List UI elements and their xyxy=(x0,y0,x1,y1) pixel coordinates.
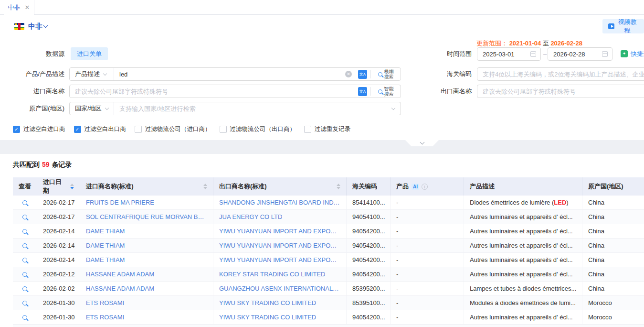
sort-icon[interactable] xyxy=(70,184,74,189)
filter-checkbox-3[interactable]: 过滤物流公司（出口商） xyxy=(220,125,296,133)
importer-input[interactable] xyxy=(70,85,355,98)
cell-exporter: YIWU SKY TRADING CO LIMITED xyxy=(213,310,347,324)
cell-origin: Morocco xyxy=(582,296,644,310)
cell-importer: SOL CENTRAFRIQUE RUE MORVAN BAT OF... xyxy=(80,210,213,224)
view-row-button[interactable] xyxy=(13,267,37,281)
cell-view xyxy=(13,282,37,295)
close-icon[interactable]: ✕ xyxy=(25,4,30,11)
exporter-link[interactable]: YIWU YUANYUAN IMPORT AND EXPORT C... xyxy=(219,242,340,249)
importer-link[interactable]: FRUITS DE MA PRIERE xyxy=(86,199,154,206)
hs-code-input[interactable] xyxy=(477,67,644,81)
date-range-separator: – xyxy=(542,47,548,61)
importer-link[interactable]: DAME THIAM xyxy=(86,242,125,249)
data-source-import-declaration-button[interactable]: 进口关单 xyxy=(71,47,108,60)
view-row-button[interactable] xyxy=(13,224,37,238)
start-date-picker[interactable]: 2025-03-01 xyxy=(477,47,541,61)
exporter-link[interactable]: YIWU YUANYUAN IMPORT AND EXPORT C... xyxy=(219,256,340,263)
checkbox-unchecked-icon[interactable] xyxy=(304,126,311,133)
cell-hs: 94054200... xyxy=(347,224,391,238)
sort-icon[interactable] xyxy=(337,184,340,189)
end-date-picker[interactable]: 2026-02-28 xyxy=(548,47,612,61)
filter-checkbox-2[interactable]: 过滤物流公司（进口商） xyxy=(135,125,211,133)
checkbox-checked-icon[interactable]: ✓ xyxy=(74,126,81,133)
importer-link[interactable]: ETS ROSAMI xyxy=(86,299,124,306)
exporter-link[interactable]: YIWU SKY TRADING CO LIMITED xyxy=(219,314,316,321)
fuzzy-search-label: 模糊 xyxy=(384,69,394,74)
column-header-date[interactable]: 进口日期 xyxy=(37,177,80,196)
origin-country-input[interactable] xyxy=(114,102,392,115)
view-row-button[interactable] xyxy=(13,239,37,252)
view-row-button[interactable] xyxy=(13,210,37,224)
cell-hs: 94054100... xyxy=(347,210,391,224)
importer-link[interactable]: DAME THIAM xyxy=(86,256,125,263)
cell-date: 2026-01-30 xyxy=(37,310,80,324)
info-icon[interactable]: i xyxy=(422,184,428,190)
column-header-exporter[interactable]: 出口商名称(标准) xyxy=(213,177,347,196)
importer-link[interactable]: DAME THIAM xyxy=(86,228,125,235)
cell-exporter: YIWU YUANYUAN IMPORT AND EXPORT C... xyxy=(213,239,347,252)
view-row-button[interactable] xyxy=(13,310,37,324)
column-header-importer[interactable]: 进口商名称(标准) xyxy=(80,177,213,196)
column-label: 出口商名称(标准) xyxy=(219,182,267,191)
time-range-label: 时间范围 xyxy=(414,47,472,61)
clear-icon[interactable]: ✕ xyxy=(345,71,352,77)
column-label: 原产国(地区) xyxy=(588,182,623,191)
checkbox-checked-icon[interactable]: ✓ xyxy=(13,126,20,133)
tab-central-africa[interactable]: 中非 ✕ xyxy=(4,0,34,15)
translate-icon[interactable]: 文A xyxy=(358,87,367,96)
update-range-to-word: 至 xyxy=(543,40,549,47)
cell-origin: China xyxy=(582,196,644,209)
search-icon xyxy=(22,215,27,219)
cell-hs: 94054200... xyxy=(347,310,391,324)
translate-icon[interactable]: 文A xyxy=(358,70,367,79)
filter-checkbox-1[interactable]: ✓过滤空白出口商 xyxy=(74,125,127,133)
importer-link[interactable]: SOL CENTRAFRIQUE RUE MORVAN BAT OF... xyxy=(86,213,207,220)
exporter-link[interactable]: YIWU YUANYUAN IMPORT AND EXPORT C... xyxy=(219,228,340,235)
cell-date: 2026-02-12 xyxy=(37,267,80,281)
view-row-button[interactable] xyxy=(13,196,37,209)
collapse-form-handle[interactable] xyxy=(405,140,439,146)
calendar-icon xyxy=(530,51,536,57)
filter-checkbox-4[interactable]: 过滤重复记录 xyxy=(304,125,350,133)
video-icon xyxy=(608,23,614,29)
checkbox-unchecked-icon[interactable] xyxy=(220,126,227,133)
exporter-link[interactable]: SHANDONG JINSHENGTAI BOARD INDUST... xyxy=(219,199,340,206)
search-icon xyxy=(22,200,27,205)
product-input[interactable] xyxy=(114,68,342,80)
video-tutorial-button[interactable]: 视频教程 xyxy=(602,19,644,33)
exporter-link[interactable]: KOREY STAR TRADING CO LIMITED xyxy=(219,271,325,278)
smart-search-label2: 搜索 xyxy=(384,91,394,97)
view-row-button[interactable] xyxy=(13,296,37,310)
cell-desc: Autres luminaires et appareils d' écl... xyxy=(464,239,582,252)
cell-desc: Autres luminaires et appareils d' écl... xyxy=(464,267,582,281)
product-type-select[interactable]: 产品描述 xyxy=(70,68,114,80)
chevron-down-icon xyxy=(105,106,108,109)
cell-desc: Autres luminaires et appareils d' écl... xyxy=(464,253,582,267)
cell-importer: ETS ROSAMI xyxy=(80,296,213,310)
view-row-button[interactable] xyxy=(13,282,37,295)
sort-icon[interactable] xyxy=(203,184,207,189)
cell-importer: ETS ROSAMI xyxy=(80,310,213,324)
importer-link[interactable]: HASSANE ADAM ADAM xyxy=(86,271,154,278)
filter-checkbox-0[interactable]: ✓过滤空白进口商 xyxy=(13,125,65,133)
exporter-link[interactable]: YIWU SKY TRADING CO LIMITED xyxy=(219,299,316,306)
fuzzy-search-button[interactable]: 模糊 搜索 xyxy=(371,68,401,80)
cell-desc: Modules à diodes émettrices de lumi... xyxy=(464,296,582,310)
chevron-down-icon[interactable] xyxy=(43,23,48,28)
view-row-button[interactable] xyxy=(13,253,37,267)
country-selector-label[interactable]: 中非 xyxy=(28,22,42,31)
quick-select-link[interactable]: 快捷选择 xyxy=(631,47,644,61)
smart-search-button[interactable]: 智能 搜索 xyxy=(371,85,401,98)
importer-link[interactable]: HASSANE ADAM ADAM xyxy=(86,285,154,292)
exporter-link[interactable]: GUANGZHOU ASENX INTERNATIONAL CO ... xyxy=(219,285,340,292)
importer-link[interactable]: ETS ROSAMI xyxy=(86,314,124,321)
exporter-input[interactable] xyxy=(477,85,644,98)
cell-product: - xyxy=(391,296,464,310)
calendar-icon xyxy=(602,51,608,57)
exporter-link[interactable]: JUA ENERGY CO LTD xyxy=(219,213,282,220)
origin-type-select[interactable]: 国家/地区 xyxy=(70,102,114,115)
table-row: 2026-02-02HASSANE ADAM ADAMGUANGZHOU ASE… xyxy=(13,282,644,296)
checkbox-unchecked-icon[interactable] xyxy=(135,126,142,133)
cell-exporter: GUANGZHOU ASENX INTERNATIONAL CO ... xyxy=(213,282,347,295)
origin-type-value: 国家/地区 xyxy=(75,104,102,113)
